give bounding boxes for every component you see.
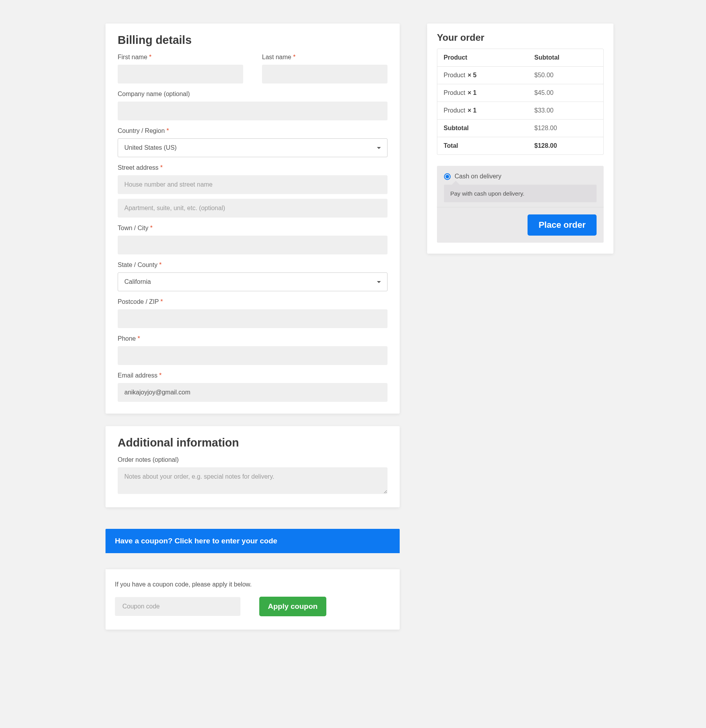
payment-box: Cash on delivery Pay with cash upon deli… [437, 166, 604, 243]
billing-heading: Billing details [118, 34, 388, 47]
company-input[interactable] [118, 102, 388, 120]
order-item-name: Product× 5 [437, 67, 528, 84]
col-subtotal: Subtotal [528, 49, 603, 67]
phone-label: Phone * [118, 335, 388, 342]
email-label: Email address * [118, 372, 388, 379]
last-name-label: Last name * [262, 54, 388, 61]
col-product: Product [437, 49, 528, 67]
order-item-price: $33.00 [528, 102, 603, 120]
place-order-button[interactable]: Place order [528, 214, 597, 236]
order-item-price: $50.00 [528, 67, 603, 84]
country-select[interactable]: United States (US) [118, 138, 388, 157]
postcode-label: Postcode / ZIP * [118, 298, 388, 305]
order-table-header: Product Subtotal [437, 49, 603, 67]
country-label: Country / Region * [118, 127, 388, 134]
order-item-qty: × 1 [468, 107, 477, 114]
order-summary-card: Your order Product Subtotal Product× 5 $… [427, 24, 613, 254]
payment-method-label: Cash on delivery [455, 173, 501, 180]
order-notes-textarea[interactable] [118, 467, 388, 494]
order-heading: Your order [437, 32, 604, 43]
required-mark: * [159, 261, 162, 268]
first-name-text: First name [118, 54, 147, 60]
email-text: Email address [118, 372, 157, 379]
country-value: United States (US) [124, 144, 176, 151]
street2-input[interactable] [118, 199, 388, 218]
city-label: Town / City * [118, 225, 388, 232]
order-item-price: $45.00 [528, 84, 603, 102]
order-item-name: Product× 1 [437, 84, 528, 102]
state-label: State / County * [118, 261, 388, 269]
required-mark: * [160, 164, 163, 171]
company-label: Company name (optional) [118, 91, 388, 98]
required-mark: * [159, 372, 162, 379]
total-label: Total [437, 137, 528, 154]
required-mark: * [160, 298, 163, 305]
state-select[interactable]: California [118, 272, 388, 291]
order-table: Product Subtotal Product× 5 $50.00 Produ… [437, 49, 604, 155]
subtotal-label: Subtotal [437, 120, 528, 137]
required-mark: * [138, 335, 140, 342]
chevron-down-icon [377, 281, 381, 283]
phone-text: Phone [118, 335, 136, 342]
order-item-name: Product× 1 [437, 102, 528, 120]
notes-label: Order notes (optional) [118, 456, 388, 463]
coupon-prompt: If you have a coupon code, please apply … [115, 581, 390, 588]
street-text: Street address [118, 164, 158, 171]
radio-icon [444, 173, 451, 180]
subtotal-value: $128.00 [528, 120, 603, 137]
country-text: Country / Region [118, 127, 165, 134]
required-mark: * [293, 54, 295, 60]
required-mark: * [149, 54, 151, 60]
last-name-input[interactable] [262, 65, 388, 84]
additional-info-card: Additional information Order notes (opti… [106, 426, 400, 507]
chevron-down-icon [377, 147, 381, 149]
required-mark: * [150, 225, 153, 231]
coupon-banner-text: Have a coupon? Click here to enter your … [115, 537, 277, 545]
last-name-text: Last name [262, 54, 291, 60]
order-item-row: Product× 1 $33.00 [437, 102, 603, 120]
order-item-row: Product× 1 $45.00 [437, 84, 603, 102]
order-item-qty: × 1 [468, 89, 477, 96]
first-name-input[interactable] [118, 65, 243, 84]
billing-details-card: Billing details First name * Last name * [106, 24, 400, 414]
state-text: State / County [118, 261, 157, 268]
email-input[interactable] [118, 383, 388, 402]
coupon-banner[interactable]: Have a coupon? Click here to enter your … [106, 529, 400, 553]
first-name-label: First name * [118, 54, 243, 61]
street1-input[interactable] [118, 175, 388, 194]
street-label: Street address * [118, 164, 388, 171]
order-total-row: Total $128.00 [437, 137, 603, 154]
payment-description: Pay with cash upon delivery. [444, 185, 597, 202]
total-value: $128.00 [528, 137, 603, 154]
order-subtotal-row: Subtotal $128.00 [437, 120, 603, 137]
postcode-text: Postcode / ZIP [118, 298, 159, 305]
state-value: California [124, 278, 151, 285]
phone-input[interactable] [118, 346, 388, 365]
order-item-qty: × 5 [468, 72, 477, 78]
coupon-code-input[interactable] [115, 597, 240, 616]
apply-coupon-button[interactable]: Apply coupon [259, 597, 326, 616]
payment-method-radio[interactable]: Cash on delivery [444, 173, 597, 180]
coupon-body: If you have a coupon code, please apply … [106, 569, 400, 630]
city-input[interactable] [118, 236, 388, 254]
postcode-input[interactable] [118, 309, 388, 328]
order-item-row: Product× 5 $50.00 [437, 67, 603, 84]
additional-heading: Additional information [118, 436, 388, 449]
required-mark: * [167, 127, 169, 134]
city-text: Town / City [118, 225, 148, 231]
